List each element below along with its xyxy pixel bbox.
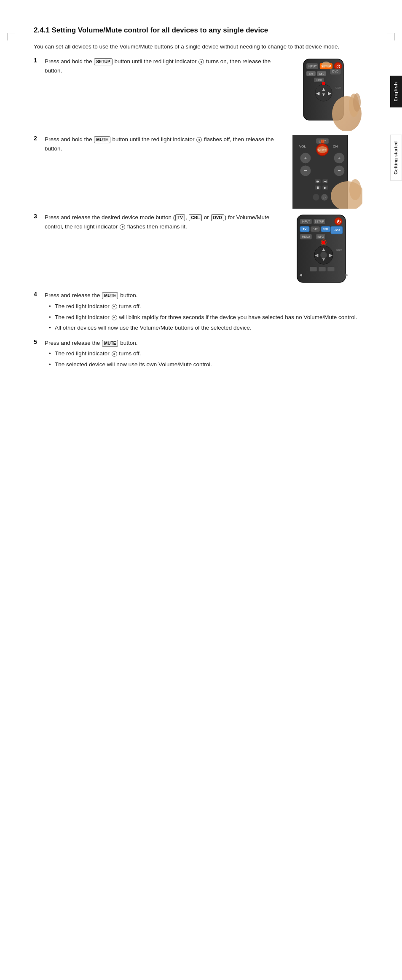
step-4-bullet-3: All other devices will now use the Volum…: [49, 323, 362, 333]
getting-started-tab: Getting started: [390, 135, 402, 181]
svg-text:◀: ◀: [316, 91, 320, 96]
step-2-content: Press and hold the MUTE button until the…: [45, 135, 362, 209]
step-3-with-image: Press and release the desired device mod…: [45, 213, 362, 287]
tv-key: TV: [175, 214, 185, 221]
step-2-text: Press and hold the MUTE button until the…: [45, 135, 281, 153]
svg-text:INPUT: INPUT: [308, 65, 317, 68]
step-4-content: Press and release the MUTE button. The r…: [45, 291, 362, 334]
svg-text:⏭: ⏭: [324, 180, 327, 183]
svg-text:▲: ▲: [322, 86, 326, 91]
svg-text:↩: ↩: [323, 196, 326, 199]
svg-point-41: [321, 140, 324, 143]
svg-text:▼: ▼: [322, 92, 326, 97]
svg-point-55: [349, 179, 361, 200]
remote-image-1: INPUT SETUP ⏻ SAT CBL: [284, 57, 362, 131]
step-4-bullet-2: The red light indicator will blink rapid…: [49, 313, 362, 322]
svg-text:▲: ▲: [322, 247, 326, 252]
svg-text:CH: CH: [333, 145, 338, 148]
step-3-text: Press and release the desired device mod…: [45, 213, 281, 231]
svg-text:DVD: DVD: [334, 228, 340, 231]
red-light-2: [196, 137, 202, 142]
svg-text:⏻: ⏻: [336, 64, 340, 69]
svg-text:◀: ◀: [299, 273, 302, 277]
step-2-with-image: Press and hold the MUTE button until the…: [45, 135, 362, 209]
svg-point-83: [320, 252, 327, 258]
svg-point-20: [322, 82, 325, 85]
step-1-number: 1: [34, 57, 45, 64]
svg-text:CBL: CBL: [319, 72, 324, 75]
mute-key-2: MUTE: [94, 136, 110, 143]
red-light-5a: [112, 351, 117, 357]
svg-text:MENU: MENU: [302, 235, 310, 238]
svg-point-76: [322, 241, 325, 244]
svg-text:SAT: SAT: [313, 228, 318, 231]
cbl-key: CBL: [189, 214, 202, 221]
svg-rect-87: [327, 267, 335, 271]
svg-point-56: [317, 146, 327, 153]
svg-text:▶: ▶: [324, 186, 327, 190]
step-1-text: Press and hold the SETUP button until th…: [45, 57, 281, 75]
svg-rect-85: [310, 267, 317, 271]
svg-text:INPUT: INPUT: [302, 220, 310, 223]
main-content: 2.4.1 Setting Volume/Mute control for al…: [34, 25, 362, 371]
step-5-number: 5: [34, 338, 45, 345]
red-light-3: [120, 224, 125, 230]
svg-point-25: [322, 62, 330, 67]
step-5: 5 Press and release the MUTE button. The…: [34, 338, 362, 371]
svg-text:SAT: SAT: [308, 72, 314, 75]
step-3: 3 Press and release the desired device m…: [34, 213, 362, 287]
step-5-content: Press and release the MUTE button. The r…: [45, 338, 362, 371]
english-tab: English: [390, 76, 402, 107]
step-2-number: 2: [34, 135, 45, 142]
svg-text:▶: ▶: [346, 273, 348, 277]
steps-list: 1 Press and hold the SETUP button until …: [34, 57, 362, 371]
mute-key-5: MUTE: [102, 340, 118, 347]
red-light-4a: [112, 304, 117, 309]
svg-text:+: +: [304, 156, 307, 161]
step-4: 4 Press and release the MUTE button. The…: [34, 291, 362, 334]
step-2: 2 Press and hold the MUTE button until t…: [34, 135, 362, 209]
step-4-number: 4: [34, 291, 45, 298]
svg-text:⏸: ⏸: [316, 186, 319, 190]
mute-key-4: MUTE: [102, 292, 118, 299]
remote-image-2: VOL + − LAST CH: [284, 135, 362, 209]
svg-text:+: +: [338, 156, 340, 161]
svg-text:◀: ◀: [315, 252, 319, 258]
svg-point-51: [313, 194, 319, 201]
svg-text:⏻: ⏻: [337, 220, 341, 224]
corner-mark-tl: [8, 33, 15, 40]
corner-mark-tr: [387, 33, 394, 40]
svg-text:CBL: CBL: [323, 228, 329, 231]
intro-paragraph: You can set all devices to use the Volum…: [34, 42, 362, 51]
red-light-1: [198, 59, 204, 64]
section-heading: 2.4.1 Setting Volume/Mute control for al…: [34, 25, 362, 35]
svg-text:EXIT: EXIT: [335, 86, 341, 89]
svg-text:INFO: INFO: [316, 79, 322, 81]
svg-text:SETUP: SETUP: [315, 220, 324, 223]
svg-text:⏮: ⏮: [316, 180, 319, 183]
step-1-content: Press and hold the SETUP button until th…: [45, 57, 362, 131]
svg-text:EXIT: EXIT: [336, 249, 342, 251]
step-5-bullets: The red light indicator turns off. The s…: [45, 349, 362, 369]
dvd-key: DVD: [211, 214, 224, 221]
svg-rect-86: [319, 267, 326, 271]
step-4-bullet-1: The red light indicator turns off.: [49, 302, 362, 311]
svg-text:DVD: DVD: [332, 70, 339, 73]
svg-text:INFO: INFO: [317, 235, 324, 238]
step-1-with-image: Press and hold the SETUP button until th…: [45, 57, 362, 131]
remote-image-3: INPUT SETUP ⏻ TV SAT: [284, 213, 362, 287]
step-4-bullets: The red light indicator turns off. The r…: [45, 302, 362, 333]
svg-text:−: −: [338, 167, 341, 174]
svg-text:▶: ▶: [329, 252, 333, 258]
svg-text:−: −: [304, 167, 307, 174]
svg-point-24: [353, 93, 361, 112]
step-5-bullet-2: The selected device will now use its own…: [49, 360, 362, 369]
step-3-content: Press and release the desired device mod…: [45, 213, 362, 287]
svg-text:TV: TV: [303, 228, 307, 231]
step-5-bullet-1: The red light indicator turns off.: [49, 349, 362, 358]
red-light-4b: [112, 315, 117, 320]
setup-key-1: SETUP: [94, 58, 112, 65]
step-3-number: 3: [34, 213, 45, 220]
svg-text:VOL: VOL: [299, 145, 306, 148]
page-container: English Getting started 2.4.1 Setting Vo…: [0, 25, 402, 980]
